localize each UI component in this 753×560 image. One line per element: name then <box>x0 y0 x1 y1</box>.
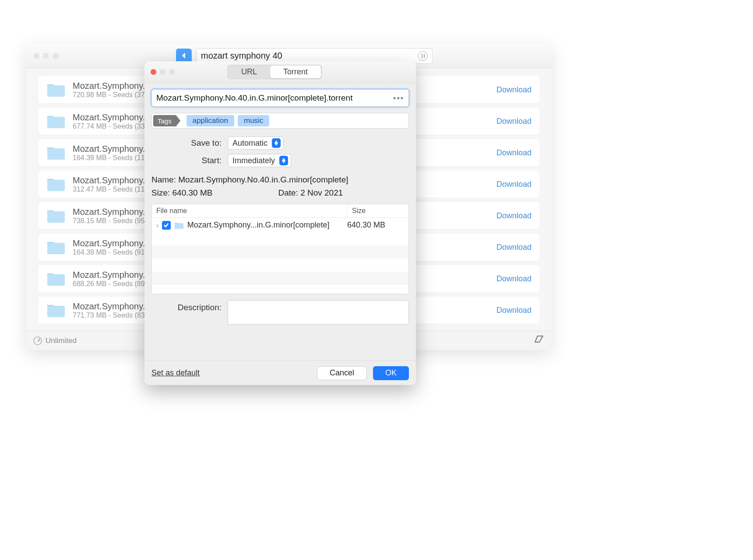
file-checkbox[interactable] <box>162 221 171 230</box>
description-input[interactable] <box>228 300 409 325</box>
select-arrows-icon <box>279 156 288 165</box>
file-table: File name Size › Mozart.Symphony...in.G.… <box>151 204 409 294</box>
svg-rect-7 <box>47 306 65 317</box>
folder-icon <box>46 208 66 224</box>
download-link[interactable]: Download <box>496 85 531 94</box>
chevron-left-icon <box>181 51 187 61</box>
start-label: Start: <box>151 156 222 165</box>
date-value: 2 Nov 2021 <box>300 188 343 197</box>
eraser-icon[interactable] <box>533 335 545 346</box>
speed-gauge-icon <box>33 336 42 345</box>
minimize-dot[interactable] <box>43 53 49 59</box>
zoom-dot[interactable] <box>169 69 175 75</box>
tags-field[interactable]: Tags application music <box>151 113 409 129</box>
torrent-info: Name: Mozart.Symphony.No.40.in.G.minor[c… <box>151 175 409 198</box>
folder-icon <box>46 239 66 255</box>
speed-label: Unlimited <box>46 336 77 345</box>
close-dot[interactable] <box>151 69 156 75</box>
size-value: 640.30 MB <box>172 188 213 197</box>
folder-icon <box>46 176 66 192</box>
set-default-link[interactable]: Set as default <box>151 368 200 378</box>
svg-rect-2 <box>47 148 65 160</box>
ok-button[interactable]: OK <box>373 366 409 380</box>
folder-icon <box>46 113 66 129</box>
start-value: Immediately <box>232 156 275 165</box>
folder-icon <box>174 221 184 229</box>
size-label: Size: <box>151 188 170 197</box>
col-size[interactable]: Size <box>347 204 408 217</box>
download-link[interactable]: Download <box>496 274 531 284</box>
svg-rect-3 <box>47 180 65 191</box>
download-link[interactable]: Download <box>496 243 531 252</box>
zoom-dot[interactable] <box>53 53 59 59</box>
name-label: Name: <box>151 175 176 184</box>
minimize-dot[interactable] <box>160 69 165 75</box>
add-torrent-dialog: URL Torrent Mozart.Symphony.No.40.in.G.m… <box>144 61 416 385</box>
folder-icon <box>46 82 66 98</box>
save-to-value: Automatic <box>232 139 267 148</box>
browse-button[interactable]: ••• <box>393 94 404 103</box>
name-value: Mozart.Symphony.No.40.in.G.minor[complet… <box>178 175 348 184</box>
svg-rect-5 <box>47 243 65 254</box>
dialog-window-controls <box>151 69 175 75</box>
close-dot[interactable] <box>33 53 39 59</box>
download-link[interactable]: Download <box>496 180 531 189</box>
cancel-button[interactable]: Cancel <box>317 366 367 380</box>
torrent-file-field[interactable]: Mozart.Symphony.No.40.in.G.minor[complet… <box>151 89 409 107</box>
date-label: Date: <box>278 188 298 197</box>
file-table-empty <box>152 232 408 294</box>
file-name: Mozart.Symphony...in.G.minor[complete] <box>187 220 344 230</box>
mode-segmented-control[interactable]: URL Torrent <box>227 65 322 79</box>
file-row[interactable]: › Mozart.Symphony...in.G.minor[complete]… <box>152 218 408 232</box>
svg-rect-0 <box>47 85 65 97</box>
tab-torrent[interactable]: Torrent <box>270 66 321 78</box>
download-link[interactable]: Download <box>496 211 531 220</box>
window-controls <box>33 53 59 59</box>
dialog-titlebar: URL Torrent <box>144 61 416 83</box>
download-link[interactable]: Download <box>496 148 531 158</box>
torrent-file-name: Mozart.Symphony.No.40.in.G.minor[complet… <box>156 93 389 103</box>
save-to-label: Save to: <box>151 138 222 148</box>
search-query: mozart symphony 40 <box>201 51 415 61</box>
tag-application[interactable]: application <box>186 115 234 126</box>
tab-url[interactable]: URL <box>228 66 270 78</box>
download-link[interactable]: Download <box>496 306 531 315</box>
col-file-name[interactable]: File name <box>152 204 347 217</box>
svg-rect-6 <box>47 274 65 286</box>
tags-label: Tags <box>153 115 176 126</box>
svg-rect-8 <box>175 223 183 229</box>
download-link[interactable]: Download <box>496 117 531 126</box>
folder-icon <box>46 302 66 318</box>
pause-icon[interactable] <box>418 51 428 61</box>
select-arrows-icon <box>272 138 281 148</box>
svg-rect-1 <box>47 117 65 128</box>
folder-icon <box>46 271 66 287</box>
file-size: 640.30 MB <box>347 220 404 230</box>
chevron-right-icon[interactable]: › <box>156 222 158 229</box>
tag-music[interactable]: music <box>238 115 269 126</box>
dialog-footer: Set as default Cancel OK <box>144 360 416 385</box>
save-to-select[interactable]: Automatic <box>228 136 284 150</box>
description-label: Description: <box>151 300 222 312</box>
folder-icon <box>46 145 66 161</box>
start-select[interactable]: Immediately <box>228 154 291 167</box>
svg-rect-4 <box>47 211 65 223</box>
